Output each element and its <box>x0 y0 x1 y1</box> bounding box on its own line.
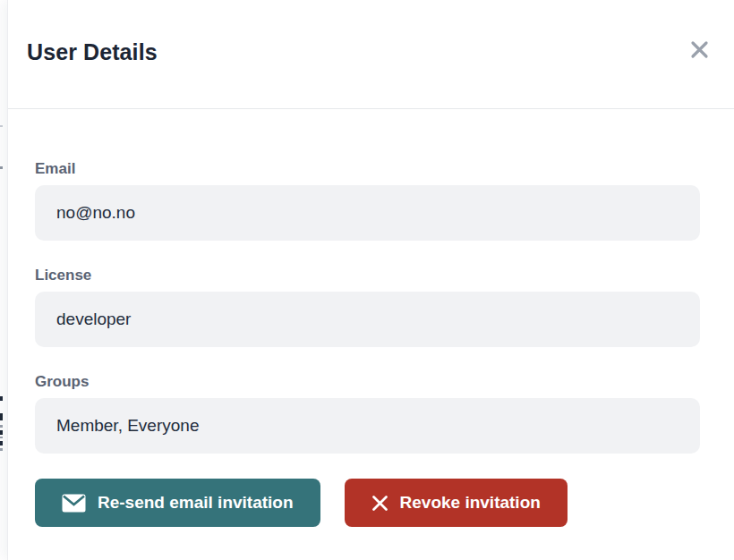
email-field: no@no.no <box>35 185 700 241</box>
modal-header: User Details <box>8 0 734 109</box>
resend-invitation-label: Re-send email invitation <box>98 493 294 513</box>
background-artifact <box>0 125 3 127</box>
envelope-icon <box>62 494 86 513</box>
groups-field: Member, Everyone <box>35 398 700 454</box>
background-artifact <box>0 430 3 435</box>
email-field-group: Email no@no.no <box>35 159 700 241</box>
x-icon <box>371 495 388 512</box>
close-button[interactable] <box>686 38 713 64</box>
license-label: License <box>35 266 700 284</box>
revoke-invitation-button[interactable]: Revoke invitation <box>345 479 568 527</box>
close-icon <box>689 39 710 63</box>
revoke-invitation-label: Revoke invitation <box>400 493 541 513</box>
groups-field-group: Groups Member, Everyone <box>35 372 700 454</box>
background-artifact <box>0 441 3 445</box>
background-artifact <box>0 448 3 451</box>
groups-label: Groups <box>35 372 700 391</box>
resend-invitation-button[interactable]: Re-send email invitation <box>35 479 320 527</box>
background-artifact <box>0 413 3 420</box>
modal-body: Email no@no.no License developer Groups … <box>8 109 734 527</box>
user-details-modal: User Details Email no@no.no License deve… <box>7 0 734 560</box>
email-label: Email <box>35 159 700 178</box>
background-artifact <box>0 166 3 169</box>
background-artifact <box>0 437 3 438</box>
background-artifact <box>0 425 3 428</box>
modal-actions: Re-send email invitation Revoke invitati… <box>35 479 700 527</box>
license-field-group: License developer <box>35 266 700 347</box>
license-field: developer <box>35 292 700 347</box>
page-title: User Details <box>27 39 158 65</box>
background-artifact <box>0 396 3 401</box>
